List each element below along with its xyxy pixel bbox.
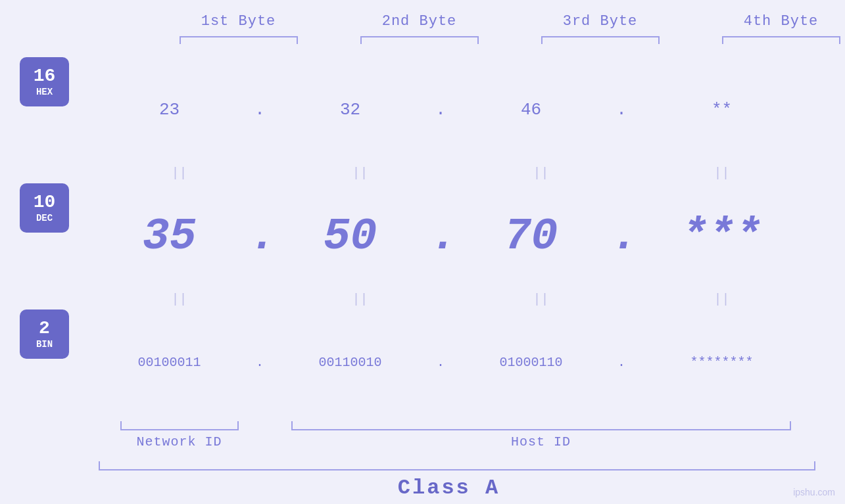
hex-badge-label: HEX <box>36 87 53 97</box>
bottom-brackets-inner <box>89 421 845 430</box>
eq1-4: || <box>631 166 812 181</box>
bin-badge-label: BIN <box>36 339 53 350</box>
bin-dot-2: . <box>431 355 450 370</box>
dec-badge-num: 10 <box>34 193 56 213</box>
host-id-bracket <box>291 421 791 430</box>
hex-val-3: 46 <box>450 100 612 120</box>
dec-val-1: 35 <box>89 211 250 262</box>
watermark: ipshu.com <box>793 487 835 497</box>
header-byte1: 1st Byte <box>148 13 329 30</box>
eq1-2: || <box>270 166 450 181</box>
hex-dot-3: . <box>612 100 631 120</box>
bin-val-2: 00110010 <box>270 355 431 370</box>
hex-badge: 16 HEX <box>20 57 69 106</box>
top-bracket-3 <box>541 36 660 44</box>
eq2-3: || <box>450 292 631 307</box>
network-id-bracket <box>120 421 239 430</box>
network-id-label: Network ID <box>89 434 270 449</box>
class-label: Class A <box>398 476 500 500</box>
dec-dot-2: . <box>431 211 450 262</box>
hex-val-2: 32 <box>270 100 431 120</box>
top-bracket-2 <box>360 36 479 44</box>
top-brackets <box>43 36 845 44</box>
header-byte4: 4th Byte <box>690 13 845 30</box>
bin-val-1: 00100011 <box>89 355 250 370</box>
bin-data-row: 2 BIN 00100011 . 00110010 . 01000110 . <box>0 309 845 415</box>
bin-badge-num: 2 <box>39 319 50 339</box>
hex-val-1: 23 <box>89 100 250 120</box>
bin-val-4: ******** <box>631 355 812 370</box>
header-byte3: 3rd Byte <box>510 13 690 30</box>
top-bracket-1 <box>180 36 298 44</box>
equals-row-2: || || || || <box>0 288 845 309</box>
byte-headers: 1st Byte 2nd Byte 3rd Byte 4th Byte <box>43 13 845 30</box>
eq2-4: || <box>631 292 812 307</box>
full-bracket-wrap <box>0 461 845 470</box>
dec-val-3: 70 <box>450 211 612 262</box>
eq1-1: || <box>89 166 270 181</box>
dec-val-4: *** <box>631 211 812 262</box>
hex-badge-num: 16 <box>34 66 56 87</box>
dec-dot-3: . <box>612 211 631 262</box>
bin-dot-3: . <box>612 355 631 370</box>
top-bracket-4 <box>722 36 840 44</box>
dec-dot-1: . <box>250 211 270 262</box>
hex-dot-1: . <box>250 100 270 120</box>
dec-val-2: 50 <box>270 211 431 262</box>
dec-badge: 10 DEC <box>20 183 69 233</box>
equals-row-1: || || || || <box>0 162 845 183</box>
main-container: 1st Byte 2nd Byte 3rd Byte 4th Byte 16 H… <box>0 0 845 504</box>
data-rows: 16 HEX 23 . 32 . 46 . ** <box>0 57 845 415</box>
id-labels-row: Network ID Host ID <box>89 434 845 449</box>
bin-dot-1: . <box>250 355 270 370</box>
full-bracket <box>99 461 815 470</box>
dec-badge-label: DEC <box>36 213 53 223</box>
hex-val-4: ** <box>631 100 812 120</box>
header-byte2: 2nd Byte <box>329 13 510 30</box>
bottom-brackets-wrap: Network ID Host ID <box>0 421 845 449</box>
dec-data-row: 10 DEC 35 . 50 . 70 . *** <box>0 183 845 288</box>
host-bracket-col <box>270 421 812 430</box>
hex-dot-2: . <box>431 100 450 120</box>
class-row: Class A <box>0 476 845 500</box>
network-bracket-col <box>89 421 270 430</box>
host-id-label: Host ID <box>270 434 812 449</box>
eq2-2: || <box>270 292 450 307</box>
hex-data-row: 16 HEX 23 . 32 . 46 . ** <box>0 57 845 162</box>
eq1-3: || <box>450 166 631 181</box>
bin-val-3: 01000110 <box>450 355 612 370</box>
eq2-1: || <box>89 292 270 307</box>
bin-badge: 2 BIN <box>20 309 69 359</box>
